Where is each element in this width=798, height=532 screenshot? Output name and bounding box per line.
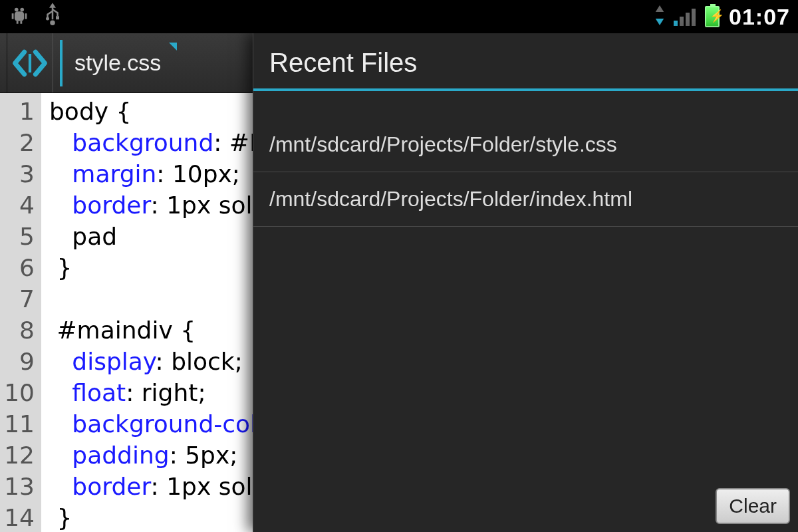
line-number-gutter: 1234567891011121314 [0, 93, 41, 532]
svg-rect-5 [17, 21, 19, 24]
svg-marker-11 [656, 5, 664, 12]
usb-icon [43, 3, 63, 31]
panel-title: Recent Files [253, 33, 798, 91]
line-number: 8 [4, 315, 35, 346]
line-number: 13 [4, 471, 35, 502]
svg-rect-10 [56, 16, 59, 19]
svg-rect-4 [25, 13, 27, 19]
line-number: 2 [4, 127, 35, 158]
svg-point-2 [20, 8, 24, 12]
app-logo-icon[interactable] [7, 33, 53, 92]
line-number: 14 [4, 502, 35, 532]
line-number: 5 [4, 221, 35, 252]
svg-rect-3 [12, 13, 14, 19]
recent-files-panel: Recent Files /mnt/sdcard/Projects/Folder… [253, 33, 798, 532]
line-number: 10 [4, 377, 35, 408]
line-number: 3 [4, 158, 35, 190]
svg-rect-0 [15, 11, 24, 21]
svg-point-8 [50, 21, 55, 26]
battery-icon: ⚡ [705, 6, 720, 27]
svg-rect-6 [20, 21, 22, 24]
line-number: 12 [4, 440, 35, 471]
tab-current-file[interactable]: style.css [60, 40, 173, 86]
clear-button[interactable]: Clear [716, 488, 790, 524]
status-clock: 01:07 [729, 4, 790, 30]
tab-dropdown-icon [169, 43, 177, 51]
tab-filename: style.css [74, 50, 161, 76]
svg-point-1 [15, 8, 19, 12]
android-status-bar: ⚡ 01:07 [0, 0, 798, 33]
line-number: 1 [4, 96, 35, 127]
line-number: 4 [4, 190, 35, 221]
line-number: 11 [4, 408, 35, 440]
android-debug-icon [8, 4, 31, 29]
svg-rect-13 [29, 54, 31, 72]
line-number: 7 [4, 283, 35, 315]
data-activity-icon [655, 5, 664, 28]
recent-file-item[interactable]: /mnt/sdcard/Projects/Folder/index.html [253, 172, 798, 227]
svg-point-9 [46, 17, 49, 21]
line-number: 9 [4, 346, 35, 377]
recent-file-item[interactable]: /mnt/sdcard/Projects/Folder/style.css [253, 118, 798, 172]
svg-marker-12 [656, 19, 664, 25]
recent-files-list: /mnt/sdcard/Projects/Folder/style.css/mn… [253, 118, 798, 480]
line-number: 6 [4, 252, 35, 283]
signal-icon [674, 7, 696, 26]
